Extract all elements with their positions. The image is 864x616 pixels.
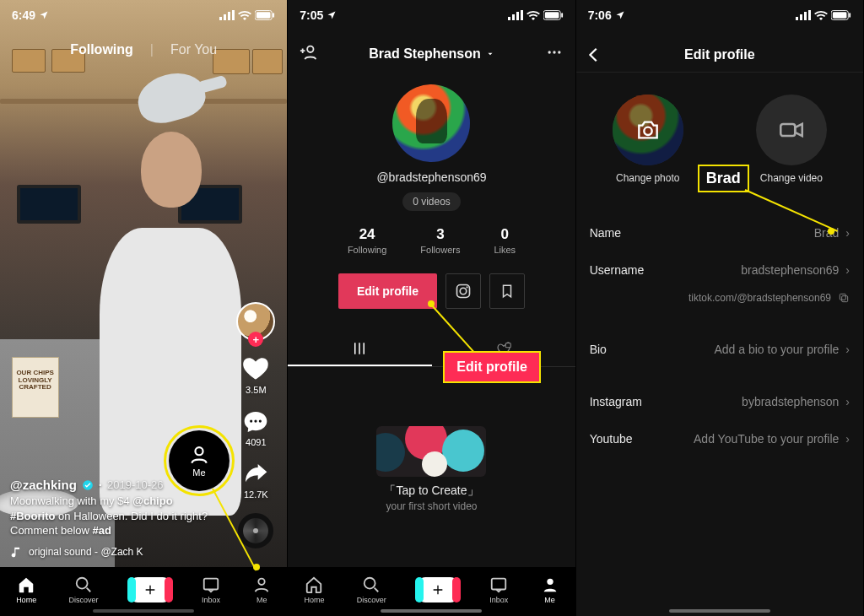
svg-rect-2 <box>228 12 230 20</box>
svg-point-30 <box>364 578 375 589</box>
like-button[interactable]: 3.5M <box>241 354 270 395</box>
svg-rect-18 <box>521 10 523 20</box>
annotation-dot <box>253 564 260 570</box>
location-arrow-icon <box>39 10 49 20</box>
change-video[interactable]: Change video <box>756 95 827 184</box>
profile-avatar[interactable] <box>392 84 470 162</box>
svg-rect-34 <box>800 14 802 20</box>
bookmark-button[interactable] <box>489 273 525 309</box>
svg-rect-43 <box>840 294 845 300</box>
sound-disc[interactable] <box>238 513 273 548</box>
svg-rect-21 <box>561 13 563 18</box>
back-button[interactable] <box>585 46 603 68</box>
clock: 7:05 <box>300 8 323 22</box>
tab-following[interactable]: Following <box>70 42 133 57</box>
svg-point-8 <box>255 419 257 422</box>
profile-name-dropdown[interactable]: Brad Stephenson <box>369 46 494 62</box>
svg-rect-1 <box>224 14 226 20</box>
plus-icon <box>143 583 157 597</box>
edit-profile-button[interactable]: Edit profile <box>338 273 437 309</box>
nav-create[interactable] <box>131 577 170 602</box>
feed-screen: OUR CHIPS LOVINGLY CRAFTED 6:49 Followin… <box>0 0 288 616</box>
tab-foryou[interactable]: For You <box>170 42 217 57</box>
profile-handle: @bradstephenson69 <box>288 170 575 184</box>
svg-rect-38 <box>833 12 847 18</box>
stat-likes[interactable]: 0 Likes <box>494 226 516 255</box>
location-arrow-icon <box>327 10 337 20</box>
battery-icon <box>543 10 564 20</box>
row-bio[interactable]: Bio Add a bio to your profile› <box>576 331 863 368</box>
profile-screen: 7:05 Brad Stephenson @bradstephenson69 0… <box>288 0 575 616</box>
row-name[interactable]: Name Brad› <box>576 214 863 251</box>
tap-to-create[interactable]: 「Tap to Create」 your first short video <box>347 426 516 512</box>
instagram-link-button[interactable] <box>446 273 481 309</box>
svg-rect-31 <box>492 579 506 590</box>
nav-inbox[interactable]: Inbox <box>489 575 508 604</box>
svg-point-12 <box>77 578 88 589</box>
follow-plus-icon[interactable]: + <box>248 332 263 347</box>
status-bar: 6:49 <box>0 0 287 30</box>
nav-inbox[interactable]: Inbox <box>202 575 220 604</box>
svg-point-32 <box>547 579 553 585</box>
me-floating-button[interactable]: Me <box>169 430 230 491</box>
svg-rect-42 <box>842 296 848 302</box>
right-action-rail: + 3.5M 4091 12.7K <box>231 302 280 548</box>
nav-create[interactable] <box>418 577 457 602</box>
svg-rect-6 <box>273 13 275 18</box>
wifi-icon <box>814 10 828 20</box>
svg-point-40 <box>644 127 651 135</box>
chip-bag: OUR CHIPS LOVINGLY CRAFTED <box>12 357 59 418</box>
nav-home[interactable]: Home <box>16 575 36 604</box>
svg-point-14 <box>259 579 265 585</box>
stats-row: 24 Following 3 Followers 0 Likes <box>288 226 575 255</box>
more-button[interactable] <box>545 44 564 64</box>
svg-point-11 <box>195 447 202 455</box>
nav-discover[interactable]: Discover <box>68 575 98 604</box>
video-count-pill[interactable]: 0 videos <box>402 192 461 211</box>
svg-rect-35 <box>804 12 807 20</box>
signal-icon <box>796 10 811 20</box>
row-instagram[interactable]: Instagram bybradstephenson› <box>576 383 863 420</box>
svg-point-23 <box>548 51 550 53</box>
comment-button[interactable]: 4091 <box>242 408 269 447</box>
svg-point-28 <box>467 286 468 288</box>
stat-followers[interactable]: 3 Followers <box>420 226 460 255</box>
svg-rect-3 <box>232 10 235 20</box>
nav-me[interactable]: Me <box>252 575 271 604</box>
share-count: 12.7K <box>242 489 269 500</box>
row-youtube[interactable]: Youtube Add YouTube to your profile› <box>576 420 863 457</box>
row-username[interactable]: Username bradstephenson69› <box>576 251 863 289</box>
clock: 6:49 <box>12 8 35 22</box>
change-photo[interactable]: Change photo <box>613 95 683 184</box>
tab-grid[interactable] <box>288 332 431 366</box>
copy-icon <box>838 292 850 304</box>
wifi-icon <box>238 10 251 20</box>
grid-icon <box>352 341 367 356</box>
annotation-dot <box>828 228 834 235</box>
nav-home[interactable]: Home <box>304 575 324 604</box>
svg-point-9 <box>259 419 262 422</box>
camera-icon <box>634 116 662 143</box>
tap-create-sub: your first short video <box>347 500 516 512</box>
svg-rect-36 <box>808 10 811 20</box>
edit-title: Edit profile <box>684 47 755 62</box>
share-button[interactable]: 12.7K <box>242 461 269 500</box>
svg-point-27 <box>460 288 467 294</box>
svg-rect-17 <box>516 12 519 20</box>
battery-icon <box>255 10 275 20</box>
instagram-icon <box>455 283 472 300</box>
status-bar: 7:06 <box>576 0 863 30</box>
stat-following[interactable]: 24 Following <box>348 226 386 255</box>
nav-me[interactable]: Me <box>541 575 559 604</box>
creator-avatar[interactable]: + <box>236 302 275 341</box>
creator-handle[interactable]: @zachking <box>10 477 77 494</box>
nav-discover[interactable]: Discover <box>357 575 386 604</box>
like-count: 3.5M <box>241 385 270 395</box>
row-profile-link[interactable]: tiktok.com/@bradstephenson69 <box>576 289 863 316</box>
feed-tabs: Following | For You <box>0 42 287 57</box>
comment-count: 4091 <box>242 437 269 447</box>
more-horizontal-icon <box>546 44 563 61</box>
add-friends-button[interactable] <box>300 43 318 65</box>
sound-row[interactable]: original sound - @Zach K <box>10 545 219 559</box>
signal-icon <box>219 10 235 20</box>
